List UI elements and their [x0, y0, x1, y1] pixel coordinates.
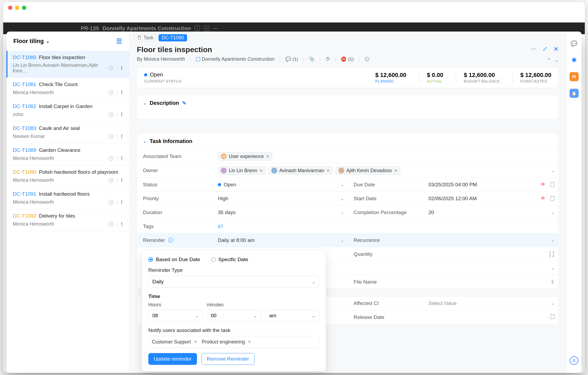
- remove-chip-icon[interactable]: ✕: [194, 339, 198, 345]
- calendar-icon[interactable]: [550, 183, 555, 187]
- info-icon[interactable]: ⓘ: [168, 237, 173, 243]
- duration-value[interactable]: 35 days ⌄: [212, 207, 348, 218]
- pin-icon[interactable]: ✎: [204, 26, 209, 31]
- timer-icon[interactable]: ⏱: [326, 57, 330, 62]
- remove-chip-icon[interactable]: ✕: [266, 154, 269, 159]
- start-date-label: Start Date: [348, 193, 423, 204]
- chevron-down-icon[interactable]: ⌄: [551, 210, 555, 215]
- extensions-icon[interactable]: ✱: [570, 56, 579, 65]
- radio-based-on-due[interactable]: Based on Due Date: [148, 257, 200, 262]
- menu-icon[interactable]: ≡: [570, 356, 578, 365]
- crumb-task[interactable]: 🗒 Task: [134, 34, 156, 41]
- remove-chip-icon[interactable]: ✕: [259, 168, 263, 173]
- chevron-down-icon[interactable]: ⌄: [551, 265, 555, 270]
- remove-chip-icon[interactable]: ✕: [394, 168, 397, 173]
- blocker-icon[interactable]: ⛔ (1): [341, 56, 354, 62]
- status-dot-icon: [144, 73, 147, 76]
- chevron-down-icon: ⌄: [46, 39, 49, 44]
- tags-value[interactable]: 🏷: [212, 221, 558, 232]
- notify-tag[interactable]: Customer Support ✕: [152, 339, 198, 345]
- edit-icon[interactable]: ✎: [182, 100, 186, 106]
- more-actions-icon[interactable]: ⋯: [531, 45, 537, 53]
- calendar-icon[interactable]: [550, 196, 555, 201]
- recurrence-value[interactable]: ⌄: [423, 238, 558, 243]
- chevron-down-icon[interactable]: ⌄: [551, 168, 555, 173]
- task-item[interactable]: DC-T1081Check Tile Count Monica Hemswort…: [6, 78, 129, 100]
- chevron-down-icon[interactable]: ⌄: [341, 210, 344, 215]
- remove-reminder-button[interactable]: Remove Reminder: [201, 353, 255, 365]
- assoc-team-value[interactable]: UEUser experience✕: [212, 149, 558, 163]
- task-item[interactable]: DC-T1091Install hardwood floors Monica H…: [6, 187, 129, 209]
- reminder-value[interactable]: Daily at 8:00 am ⌄: [212, 235, 348, 246]
- due-date-value[interactable]: 03/25/2025 04:00 PM 👁: [423, 179, 558, 190]
- tags-label: Tags: [137, 221, 212, 232]
- task-item[interactable]: DC-T1092Delivery for tiles Monica Hemswo…: [6, 209, 129, 231]
- calendar-icon[interactable]: [550, 315, 555, 319]
- minutes-select[interactable]: 00⌄: [207, 310, 261, 322]
- affected-ci-value[interactable]: Select Value ⌄: [423, 298, 558, 309]
- attachment-icon[interactable]: 📎: [309, 56, 315, 62]
- h-app-icon[interactable]: H: [570, 72, 579, 81]
- project-name: Donnelly Apartments Construction: [103, 25, 191, 32]
- tag-icon[interactable]: 🏷: [218, 223, 223, 229]
- task-item[interactable]: DC-T1089Garden Clearance Monica Hemswort…: [6, 144, 129, 165]
- quantity-value[interactable]: 1 23 4: [423, 252, 558, 257]
- right-rail: 💬 ✱ H 📋 ≡: [566, 32, 582, 373]
- task-item[interactable]: DC-T1082Install Carpet in Garden zoho|!: [6, 100, 129, 122]
- sidebar-menu-icon[interactable]: ☰: [116, 37, 122, 45]
- window-max-dot[interactable]: [22, 6, 26, 10]
- remove-chip-icon[interactable]: ✕: [247, 339, 252, 345]
- close-icon[interactable]: ✕: [553, 45, 559, 53]
- expand-icon[interactable]: ⤢: [543, 45, 547, 53]
- chevron-down-icon[interactable]: ⌄: [551, 238, 555, 243]
- window-close-dot[interactable]: [8, 6, 12, 10]
- notes-app-icon[interactable]: 📋: [570, 89, 579, 98]
- start-date-value[interactable]: 02/06/2025 12:00 AM 👁: [423, 193, 558, 204]
- priority-value[interactable]: High ⌄: [212, 193, 348, 204]
- notify-tag[interactable]: Product engineering ✕: [202, 339, 252, 345]
- status-open: Open: [150, 72, 163, 78]
- ampm-select[interactable]: am⌄: [265, 310, 319, 322]
- chevron-down-icon[interactable]: ⌄: [341, 182, 344, 187]
- chevron-down-icon[interactable]: ⌄: [341, 238, 344, 243]
- task-item[interactable]: DC-T1083Caulk and Air seal Naveen Kumar|…: [6, 122, 129, 144]
- chevron-down-icon[interactable]: ⌄: [341, 196, 344, 201]
- owner-value[interactable]: Lin Lin Brenn✕Avinash Manivarman✕Ajith K…: [212, 164, 558, 177]
- expand-down-icon[interactable]: ⌄: [555, 57, 559, 63]
- more-icon[interactable]: ⋯: [213, 25, 219, 32]
- affected-ci-label: Affected CI: [348, 298, 423, 309]
- hours-select[interactable]: 08⌄: [148, 310, 203, 322]
- sidebar: Floor tiling ⌄ ☰ DC-T1080Floor tiles ins…: [6, 32, 129, 373]
- filename-value[interactable]: ⇪: [423, 279, 558, 285]
- task-item[interactable]: DC-T1090Polish hardwood floors of playro…: [6, 165, 129, 187]
- info-icon[interactable]: ⓘ: [365, 56, 369, 62]
- collapse-up-icon[interactable]: ⌃: [547, 57, 551, 63]
- chevron-down-icon[interactable]: ⌄: [143, 100, 146, 106]
- timer-icon: [109, 90, 113, 95]
- list-icon[interactable]: 1 23 4: [549, 251, 555, 258]
- chevron-down-icon[interactable]: ⌄: [551, 301, 555, 306]
- release-date-value[interactable]: [423, 315, 558, 320]
- status-value[interactable]: Open ⌄: [212, 179, 348, 190]
- chevron-down-icon[interactable]: ⌄: [143, 139, 146, 144]
- info-icon[interactable]: i: [195, 26, 200, 31]
- crumb-task-id[interactable]: DC-T1080: [158, 34, 187, 41]
- radio-specific-date[interactable]: Specific Date: [211, 257, 248, 262]
- timer-icon: [109, 66, 113, 71]
- owner-label: Owner: [137, 165, 212, 176]
- task-header: Floor tiles inspection By Monica Hemswor…: [129, 44, 566, 67]
- chat-icon[interactable]: 💬: [570, 39, 579, 48]
- reminder-type-select[interactable]: Daily⌄: [148, 276, 319, 288]
- task-project-link[interactable]: Donnelly Apartments Construction: [196, 56, 274, 62]
- task-item[interactable]: DC-T1080Floor tiles inspection Lin Lin B…: [6, 51, 129, 78]
- notify-users-field[interactable]: Customer Support ✕Product engineering ✕: [148, 336, 319, 348]
- window-min-dot[interactable]: [15, 6, 19, 10]
- update-reminder-button[interactable]: Update reminder: [148, 353, 197, 365]
- clipboard-icon: 🗒: [137, 35, 142, 41]
- comments-icon[interactable]: 💬 (1): [285, 56, 298, 62]
- time-label: Time: [148, 293, 319, 299]
- upload-icon[interactable]: ⇪: [550, 279, 555, 285]
- sidebar-title-dropdown[interactable]: Floor tiling ⌄: [13, 38, 49, 45]
- completion-value[interactable]: 20 ⌄: [423, 207, 558, 218]
- remove-chip-icon[interactable]: ✕: [326, 168, 330, 173]
